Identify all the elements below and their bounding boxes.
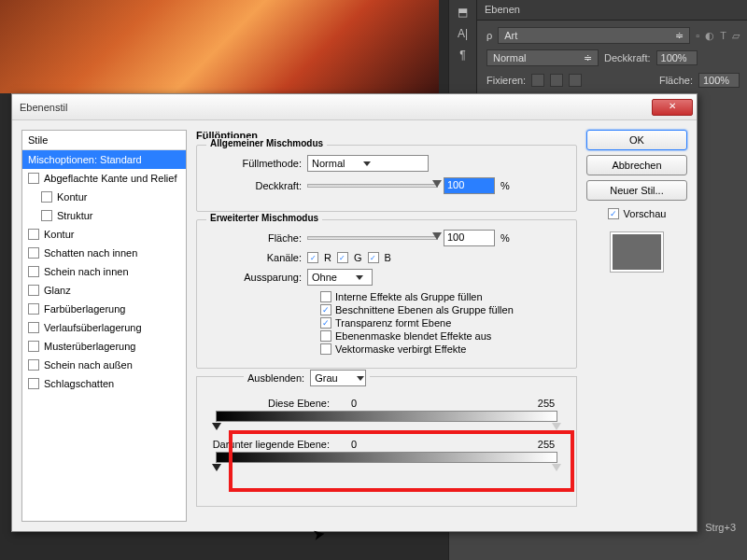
filter-icon[interactable]: ▫	[696, 30, 699, 41]
lock-all-icon[interactable]	[569, 74, 582, 87]
this-layer-label: Diese Ebene:	[208, 398, 330, 409]
style-item[interactable]: Abgeflachte Kante und Relief	[22, 169, 186, 188]
style-label: Kontur	[44, 229, 74, 240]
underlying-layer-gradient[interactable]	[216, 452, 557, 463]
style-checkbox[interactable]	[28, 341, 39, 352]
tool-strip: ⬒ A| ¶	[449, 0, 477, 93]
style-checkbox[interactable]	[28, 285, 39, 296]
style-checkbox[interactable]	[41, 210, 52, 221]
style-item[interactable]: Schatten nach innen	[22, 244, 186, 262]
kind-dropdown[interactable]: Art≑	[498, 27, 690, 44]
channel-b-checkbox[interactable]	[368, 252, 379, 263]
opacity-slider[interactable]	[307, 184, 438, 188]
paragraph-icon[interactable]: ¶	[452, 46, 474, 64]
text-filter-icon[interactable]: T	[720, 30, 726, 41]
titlebar[interactable]: Ebenenstil ✕	[12, 94, 697, 120]
styles-list: Stile Mischoptionen: StandardAbgeflachte…	[21, 130, 187, 522]
internal-effects-checkbox[interactable]	[320, 291, 331, 302]
close-button[interactable]: ✕	[652, 99, 693, 116]
preview-checkbox[interactable]	[608, 208, 619, 219]
style-item[interactable]: Schein nach innen	[22, 262, 186, 281]
transparency-shapes-checkbox[interactable]	[320, 317, 331, 329]
cancel-button[interactable]: Abbrechen	[586, 155, 687, 175]
style-checkbox[interactable]	[28, 303, 39, 315]
pct-label: %	[500, 180, 510, 191]
filter-icon-2[interactable]: ◐	[705, 30, 714, 42]
style-label: Kontur	[57, 191, 87, 203]
knockout-select[interactable]: Ohne	[307, 269, 373, 286]
pct-label: %	[500, 232, 510, 244]
group-label: Erweiterter Mischmodus	[206, 213, 322, 223]
style-label: Mischoptionen: Standard	[28, 154, 142, 165]
channel-r-checkbox[interactable]	[307, 252, 318, 263]
style-label: Verlaufsüberlagerung	[44, 322, 142, 333]
this-hi-value: 255	[528, 398, 565, 409]
this-lo-value: 0	[335, 398, 373, 409]
style-checkbox[interactable]	[41, 191, 52, 203]
style-item[interactable]: Verlaufsüberlagerung	[22, 318, 186, 337]
panel-title: Ebenen	[477, 0, 747, 21]
style-label: Schlagschatten	[44, 378, 114, 389]
fill-label: Fläche:	[208, 232, 302, 244]
style-label: Glanz	[44, 285, 71, 296]
fill-slider[interactable]	[307, 236, 438, 240]
opacity-value[interactable]: 100%	[656, 50, 698, 65]
layer-mask-checkbox[interactable]	[320, 330, 331, 342]
style-item[interactable]: Schein nach außen	[22, 356, 186, 374]
style-item[interactable]: Mischoptionen: Standard	[22, 150, 186, 169]
lock-pixels-icon[interactable]	[531, 74, 544, 87]
advanced-blend-group: Erweiterter Mischmodus Fläche: 100 % Kan…	[196, 219, 577, 369]
preview-label: Vorschau	[624, 208, 667, 219]
style-item[interactable]: Schlagschatten	[22, 374, 186, 393]
channel-g-checkbox[interactable]	[337, 252, 348, 263]
text-tool-icon[interactable]: A|	[452, 24, 474, 43]
blendif-select[interactable]: Grau	[310, 370, 366, 386]
shape-filter-icon[interactable]: ▱	[732, 30, 740, 42]
lock-position-icon[interactable]	[550, 74, 563, 87]
preview-swatch	[610, 231, 664, 273]
under-lo-value: 0	[335, 439, 373, 450]
ok-button[interactable]: OK	[586, 130, 687, 150]
style-label: Farbüberlagerung	[44, 303, 125, 315]
blend-mode-label: Füllmethode:	[208, 158, 302, 169]
fill-label: Fläche:	[659, 75, 693, 86]
options-area: Füllöptionen Allgemeiner Mischmodus Füll…	[196, 130, 577, 522]
style-checkbox[interactable]	[28, 359, 39, 371]
style-item[interactable]: Kontur	[22, 188, 186, 206]
kind-label: ρ	[486, 30, 492, 41]
style-item[interactable]: Farbüberlagerung	[22, 300, 186, 318]
blend-mode-dropdown[interactable]: Normal≑	[486, 49, 599, 66]
style-checkbox[interactable]	[28, 229, 39, 240]
style-label: Schein nach außen	[44, 359, 133, 371]
this-layer-gradient[interactable]	[216, 411, 557, 422]
new-style-button[interactable]: Neuer Stil...	[586, 180, 687, 201]
style-checkbox[interactable]	[28, 266, 39, 277]
styles-header[interactable]: Stile	[22, 131, 186, 150]
blend-mode-select[interactable]: Normal	[307, 155, 429, 172]
opacity-label: Deckkraft:	[208, 180, 302, 191]
style-checkbox[interactable]	[28, 247, 39, 259]
blendif-label: Ausblenden:	[247, 372, 304, 384]
style-checkbox[interactable]	[28, 378, 39, 389]
dialog-title: Ebenenstil	[20, 102, 652, 113]
layer-style-dialog: Ebenenstil ✕ Stile Mischoptionen: Standa…	[11, 93, 698, 532]
style-item[interactable]: Glanz	[22, 281, 186, 300]
vector-mask-checkbox[interactable]	[320, 343, 331, 355]
channels-label: Kanäle:	[208, 252, 302, 263]
style-label: Schatten nach innen	[44, 247, 137, 259]
style-checkbox[interactable]	[28, 173, 39, 184]
fill-value[interactable]: 100%	[698, 73, 740, 88]
fill-input[interactable]: 100	[444, 230, 495, 246]
style-item[interactable]: Struktur	[22, 206, 186, 225]
group-label: Allgemeiner Mischmodus	[206, 138, 327, 148]
style-label: Schein nach innen	[44, 266, 129, 277]
general-blend-group: Allgemeiner Mischmodus Füllmethode: Norm…	[196, 145, 577, 212]
style-item[interactable]: Musterüberlagerung	[22, 337, 186, 356]
opacity-input[interactable]: 100	[444, 177, 495, 194]
style-item[interactable]: Kontur	[22, 225, 186, 244]
style-checkbox[interactable]	[28, 322, 39, 333]
blend-if-group: Ausblenden: Grau Diese Ebene: 0 255 Daru…	[196, 376, 577, 507]
clipped-layers-checkbox[interactable]	[320, 304, 331, 315]
under-hi-value: 255	[528, 439, 565, 450]
magnet-icon[interactable]: ⬒	[452, 3, 474, 21]
